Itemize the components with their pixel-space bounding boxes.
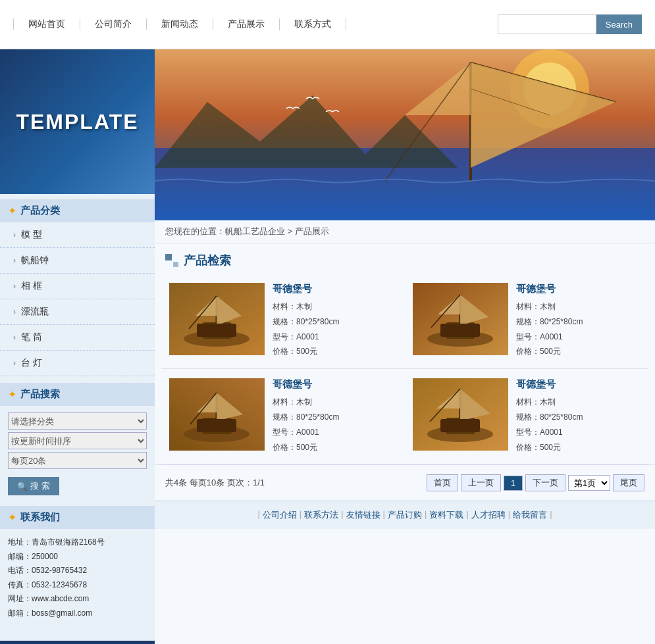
footer-separator: | (300, 509, 301, 521)
arrow-icon: › (13, 282, 16, 291)
nav-home[interactable]: 网站首页 (13, 18, 80, 30)
contact-tel: 电话：0532-98765432 (8, 564, 147, 578)
product-name: 哥德堡号 (273, 283, 397, 295)
first-page-button[interactable]: 首页 (427, 474, 458, 491)
list-item: › 相 框 (0, 274, 155, 299)
arrow-icon: › (13, 230, 16, 239)
product-material: 材料：木制 (273, 299, 397, 314)
footer-link-message[interactable]: 给我留言 (513, 509, 547, 521)
search-button[interactable]: Search (596, 14, 642, 34)
pagination-info: 共4条 每页10条 页次：1/1 (165, 477, 265, 489)
main-content: 您现在的位置：帆船工艺品企业 > 产品展示 产品检索 (155, 49, 655, 644)
product-image[interactable] (169, 378, 265, 451)
product-grid: 哥德堡号 材料：木制 规格：80*25*80cm 型号：A0001 价格：500… (155, 274, 655, 464)
sidebar: TEMPLATE ✦ 产品分类 › 模 型 › 帆船钟 (0, 49, 155, 644)
product-material: 材料：木制 (516, 299, 641, 314)
product-name: 哥德堡号 (516, 283, 641, 295)
contact-title: 联系我们 (20, 511, 60, 524)
product-card: 哥德堡号 材料：木制 规格：80*25*80cm 型号：A0001 价格：500… (405, 369, 648, 464)
product-name: 哥德堡号 (516, 378, 641, 391)
last-page-button[interactable]: 尾页 (613, 474, 644, 491)
header-decoration-icon (165, 254, 178, 267)
list-item: › 笔 筒 (0, 325, 155, 351)
product-material: 材料：木制 (516, 395, 641, 410)
footer-link-contact[interactable]: 联系方法 (304, 509, 338, 521)
category-link-lamp[interactable]: › 台 灯 (0, 351, 155, 376)
star-icon: ✦ (8, 511, 16, 524)
perpage-select[interactable]: 每页20条 (8, 452, 147, 469)
footer-separator: | (383, 509, 385, 521)
product-model: 型号：A0001 (273, 425, 397, 440)
search-input[interactable] (498, 14, 596, 34)
sidebar-search-button[interactable]: 🔍 搜 索 (8, 477, 59, 495)
sidebar-footer: 帆船工艺品企业网站 Copyright(C)2009-2010 (0, 641, 155, 644)
product-info: 哥德堡号 材料：木制 规格：80*25*80cm 型号：A0001 价格：500… (516, 378, 641, 455)
category-link-sailbell[interactable]: › 帆船钟 (0, 248, 155, 273)
product-price: 价格：500元 (273, 440, 397, 455)
prev-page-button[interactable]: 上一页 (461, 474, 501, 491)
contact-info: 地址：青岛市银海路2168号 邮编：250000 电话：0532-9876543… (0, 529, 155, 628)
star-icon: ✦ (8, 205, 16, 217)
list-item: › 模 型 (0, 222, 155, 248)
section-title: 产品检索 (184, 253, 231, 268)
arrow-icon: › (13, 359, 16, 368)
product-material: 材料：木制 (273, 395, 397, 410)
category-link-model[interactable]: › 模 型 (0, 222, 155, 247)
section-header: 产品检索 (155, 243, 655, 274)
search-icon: 🔍 (17, 482, 28, 491)
logo-area: TEMPLATE (0, 49, 155, 194)
product-search-title: 产品搜索 (20, 388, 60, 401)
product-name: 哥德堡号 (273, 378, 397, 391)
product-size: 规格：80*25*80cm (273, 410, 397, 425)
top-navigation: 网站首页 公司简介 新闻动态 产品展示 联系方式 Search (0, 0, 655, 49)
product-image[interactable] (169, 283, 265, 355)
footer-link-friends[interactable]: 友情链接 (346, 509, 380, 521)
product-info: 哥德堡号 材料：木制 规格：80*25*80cm 型号：A0001 价格：500… (516, 283, 641, 359)
breadcrumb: 您现在的位置：帆船工艺品企业 > 产品展示 (155, 220, 655, 243)
footer-link-recruitment[interactable]: 人才招聘 (471, 509, 506, 521)
product-card: 哥德堡号 材料：木制 规格：80*25*80cm 型号：A0001 价格：500… (161, 274, 405, 369)
arrow-icon: › (13, 333, 16, 342)
list-item: › 漂流瓶 (0, 299, 155, 325)
footer-separator: | (508, 509, 510, 521)
nav-news[interactable]: 新闻动态 (147, 18, 213, 30)
next-page-button[interactable]: 下一页 (525, 474, 565, 491)
page-select[interactable]: 第1页 (568, 475, 610, 491)
contact-section-header: ✦ 联系我们 (0, 506, 155, 529)
footer-link-download[interactable]: 资料下载 (429, 509, 463, 521)
svg-rect-34 (197, 419, 236, 432)
product-model: 型号：A0001 (516, 425, 641, 440)
product-size: 规格：80*25*80cm (516, 314, 641, 330)
category-list: › 模 型 › 帆船钟 › 相 框 (0, 222, 155, 376)
categories-title: 产品分类 (20, 205, 60, 217)
arrow-icon: › (13, 256, 16, 265)
svg-rect-18 (197, 324, 236, 337)
nav-products[interactable]: 产品展示 (213, 18, 280, 30)
nav-about[interactable]: 公司简介 (80, 18, 147, 30)
contact-zip: 邮编：250000 (8, 550, 147, 564)
pagination-controls: 首页 上一页 1 下一页 第1页 尾页 (427, 474, 644, 491)
search-area: Search (498, 14, 642, 34)
category-link-pen[interactable]: › 笔 筒 (0, 325, 155, 350)
product-model: 型号：A0001 (516, 330, 641, 345)
product-image[interactable] (413, 283, 508, 355)
nav-contact[interactable]: 联系方式 (280, 18, 346, 30)
category-link-frame[interactable]: › 相 框 (0, 274, 155, 299)
svg-rect-42 (440, 419, 480, 432)
banner (155, 49, 655, 220)
pagination: 共4条 每页10条 页次：1/1 首页 上一页 1 下一页 第1页 尾页 (155, 464, 655, 501)
product-search-header: ✦ 产品搜索 (0, 383, 155, 406)
product-image[interactable] (413, 378, 508, 451)
product-model: 型号：A0001 (273, 330, 397, 345)
category-select[interactable]: 请选择分类 (8, 412, 147, 430)
main-layout: TEMPLATE ✦ 产品分类 › 模 型 › 帆船钟 (0, 49, 655, 644)
category-link-bottle[interactable]: › 漂流瓶 (0, 299, 155, 324)
footer-links: | 公司介绍 | 联系方法 | 友情链接 | 产品订购 | 资料下载 | 人才招… (165, 509, 644, 521)
product-size: 规格：80*25*80cm (273, 314, 397, 330)
footer-link-order[interactable]: 产品订购 (388, 509, 422, 521)
current-page-button[interactable]: 1 (504, 476, 523, 491)
footer-link-about[interactable]: 公司介绍 (263, 509, 297, 521)
footer-separator: | (550, 509, 552, 521)
categories-section-header: ✦ 产品分类 (0, 199, 155, 222)
sort-select[interactable]: 按更新时间排序 (8, 432, 147, 449)
